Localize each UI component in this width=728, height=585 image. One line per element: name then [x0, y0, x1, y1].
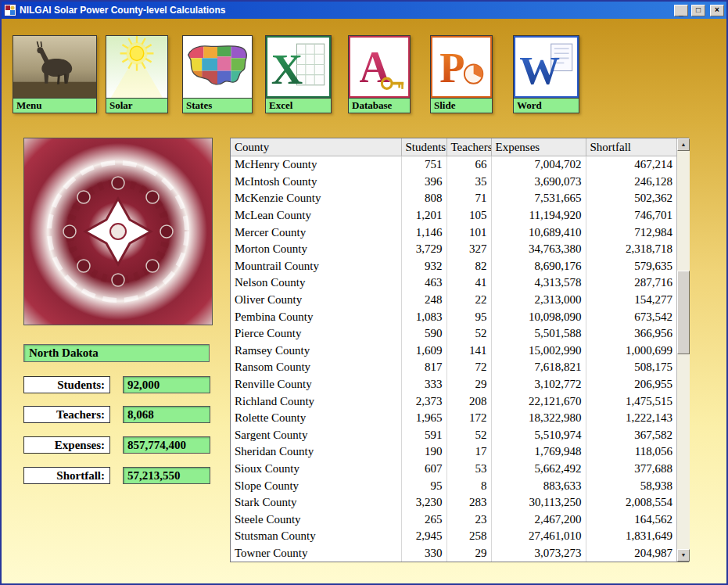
toolbar-button-database[interactable]: A Database: [348, 35, 411, 113]
toolbar-button-label: States: [182, 98, 253, 113]
table-row[interactable]: Nelson County 463 41 4,313,578 287,716: [231, 275, 676, 292]
table-row[interactable]: Mercer County 1,146 101 10,689,410 712,9…: [231, 224, 676, 241]
table-scrollbar[interactable]: ▲ ▼: [676, 138, 690, 562]
cell-county: McLean County: [231, 207, 401, 224]
access-logo-icon: A: [348, 35, 411, 98]
column-header-shortfall[interactable]: Shortfall: [586, 138, 676, 156]
cell-teachers: 71: [446, 190, 491, 207]
cell-shortfall: 2,008,554: [586, 494, 676, 511]
table-row[interactable]: Mountrail County 932 82 8,690,176 579,63…: [231, 258, 676, 275]
table-row[interactable]: Morton County 3,729 327 34,763,380 2,318…: [231, 241, 676, 258]
minimize-button[interactable]: _: [674, 5, 688, 16]
table-row[interactable]: Pembina County 1,083 95 10,098,090 673,5…: [231, 308, 676, 325]
cell-students: 751: [401, 156, 446, 174]
table-row[interactable]: Sheridan County 190 17 1,769,948 118,056: [231, 443, 676, 461]
cell-shortfall: 367,582: [586, 427, 676, 444]
minimize-icon: _: [679, 9, 683, 16]
students-value[interactable]: 92,000: [123, 376, 210, 393]
table-row[interactable]: Ransom County 817 72 7,618,821 508,175: [231, 359, 676, 376]
shortfall-value[interactable]: 57,213,550: [123, 467, 210, 484]
toolbar-button-menu[interactable]: Menu: [13, 35, 97, 113]
cell-expenses: 22,121,670: [491, 393, 586, 410]
cell-teachers: 8: [446, 477, 491, 494]
cell-county: McIntosh County: [231, 174, 401, 191]
table-row[interactable]: Towner County 330 29 3,073,273 204,987: [231, 545, 676, 562]
table-row[interactable]: McLean County 1,201 105 11,194,920 746,7…: [231, 207, 676, 224]
cell-shortfall: 467,214: [586, 156, 676, 174]
cell-teachers: 53: [446, 461, 491, 478]
cell-expenses: 34,763,380: [491, 241, 586, 258]
toolbar-button-label: Word: [513, 98, 579, 113]
table-row[interactable]: Sioux County 607 53 5,662,492 377,688: [231, 461, 676, 478]
table-row[interactable]: Renville County 333 29 3,102,772 206,955: [231, 376, 676, 393]
table-row[interactable]: Stark County 3,230 283 30,113,250 2,008,…: [231, 494, 676, 511]
cell-expenses: 8,690,176: [491, 258, 586, 275]
cell-county: Morton County: [231, 241, 401, 258]
column-header-expenses[interactable]: Expenses: [491, 138, 586, 156]
column-header-teachers[interactable]: Teachers: [446, 138, 491, 156]
table-row[interactable]: Richland County 2,373 208 22,121,670 1,4…: [231, 393, 676, 410]
toolbar-button-word[interactable]: W Word: [513, 35, 579, 113]
cell-shortfall: 118,056: [586, 443, 676, 461]
toolbar-button-slide[interactable]: P Slide: [430, 35, 493, 113]
county-table: County Students Teachers Expenses Shortf…: [230, 138, 689, 562]
table-row[interactable]: Rolette County 1,965 172 18,322,980 1,22…: [231, 410, 676, 427]
cell-expenses: 3,073,273: [491, 545, 586, 562]
expenses-value[interactable]: 857,774,400: [123, 436, 210, 454]
table-row[interactable]: Stutsman County 2,945 258 27,461,010 1,8…: [231, 528, 676, 545]
table-row[interactable]: Oliver County 248 22 2,313,000 154,277: [231, 292, 676, 309]
table-row[interactable]: McIntosh County 396 35 3,690,073 246,128: [231, 174, 676, 191]
maximize-button[interactable]: □: [691, 5, 705, 16]
close-button[interactable]: ×: [710, 5, 724, 16]
cell-teachers: 327: [446, 241, 491, 258]
table-row[interactable]: Sargent County 591 52 5,510,974 367,582: [231, 427, 676, 444]
table-row[interactable]: Slope County 95 8 883,633 58,938: [231, 477, 676, 494]
toolbar-button-excel[interactable]: X Excel: [265, 35, 332, 113]
cell-expenses: 7,531,665: [491, 190, 586, 207]
window-title: NILGAI Solar Power County-level Calculat…: [20, 5, 671, 16]
svg-text:P: P: [439, 44, 464, 92]
column-header-students[interactable]: Students: [401, 138, 446, 156]
cell-county: McKenzie County: [231, 190, 401, 207]
sun-icon: [106, 35, 168, 98]
cell-teachers: 17: [446, 443, 491, 461]
cell-students: 330: [401, 545, 446, 562]
cell-shortfall: 1,000,699: [586, 343, 676, 360]
cell-county: Steele County: [231, 511, 401, 528]
cell-expenses: 4,313,578: [491, 275, 586, 292]
powerpoint-logo-icon: P: [430, 35, 493, 98]
toolbar-button-solar[interactable]: Solar: [106, 35, 168, 113]
cell-county: Ransom County: [231, 359, 401, 376]
cell-shortfall: 1,831,649: [586, 528, 676, 545]
cell-shortfall: 1,475,515: [586, 393, 676, 410]
table-row[interactable]: McKenzie County 808 71 7,531,665 502,362: [231, 190, 676, 207]
scroll-up-button[interactable]: ▲: [677, 138, 690, 151]
cell-county: Richland County: [231, 393, 401, 410]
scroll-down-button[interactable]: ▼: [677, 549, 690, 562]
table-row[interactable]: Ramsey County 1,609 141 15,002,990 1,000…: [231, 343, 676, 360]
scrollbar-track[interactable]: [677, 151, 690, 549]
cell-shortfall: 579,635: [586, 258, 676, 275]
table-row[interactable]: Pierce County 590 52 5,501,588 366,956: [231, 325, 676, 343]
cell-county: Stutsman County: [231, 528, 401, 545]
word-logo-icon: W: [513, 35, 579, 98]
scrollbar-thumb[interactable]: [677, 271, 690, 354]
us-map-icon: [182, 35, 253, 98]
cell-teachers: 29: [446, 545, 491, 562]
svg-text:X: X: [271, 45, 303, 92]
column-header-county[interactable]: County: [231, 138, 401, 156]
table-row[interactable]: Steele County 265 23 2,467,200 164,562: [231, 511, 676, 528]
cell-students: 2,945: [401, 528, 446, 545]
cell-shortfall: 377,688: [586, 461, 676, 478]
cell-teachers: 141: [446, 343, 491, 360]
cell-shortfall: 508,175: [586, 359, 676, 376]
teachers-value[interactable]: 8,068: [123, 406, 210, 423]
toolbar-button-states[interactable]: States: [182, 35, 253, 113]
cell-students: 463: [401, 275, 446, 292]
cell-expenses: 883,633: [491, 477, 586, 494]
table-row[interactable]: McHenry County 751 66 7,004,702 467,214: [231, 156, 676, 174]
table-header-row: County Students Teachers Expenses Shortf…: [231, 138, 676, 156]
cell-shortfall: 673,542: [586, 308, 676, 325]
cell-expenses: 2,467,200: [491, 511, 586, 528]
cell-expenses: 30,113,250: [491, 494, 586, 511]
